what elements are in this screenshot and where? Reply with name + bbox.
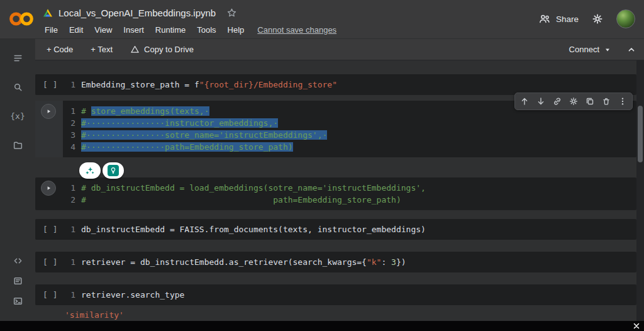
code-text: Embedding_store_path = f"{root_dir}/Embe… [81,79,337,91]
code-text: #················path=Embedding_store_pa… [81,141,293,153]
sidebar-bottom-icons [0,252,35,310]
line-number: 1 [63,182,75,194]
cell-6[interactable]: [ ]1retriever.search_type [35,284,636,305]
cell-editor[interactable]: 1db_instructEmbedd = FAISS.from_document… [63,219,636,240]
files-icon[interactable] [6,133,29,156]
copy-to-drive-button[interactable]: Copy to Drive [124,42,200,57]
drive-file-icon [43,8,53,18]
menu-file[interactable]: File [39,23,64,36]
play-icon [45,184,52,192]
drive-outline-icon [130,45,140,54]
menu-view[interactable]: View [89,23,118,36]
move-cell-down-icon[interactable] [533,94,548,109]
explain-code-button[interactable] [103,162,124,179]
command-palette-icon[interactable] [6,272,29,289]
header-right: Share [538,9,635,28]
notebook-title[interactable]: Local_vs_OpenAI_Embeddings.ipynb [58,8,216,18]
cell-editor[interactable]: 1retriever.search_type [63,284,636,305]
add-text-button[interactable]: + Text [84,42,119,57]
toolbar-right: Connect [569,45,644,55]
menu-runtime[interactable]: Runtime [150,23,191,36]
line-number: 4 [63,141,75,153]
cell-bracket-gutter: [ ] [35,252,63,272]
code-line: 1Embedding_store_path = f"{root_dir}/Emb… [63,79,631,91]
copy-link-icon[interactable] [550,94,565,109]
explain-code-icon [108,165,119,176]
code-text: # db_instructEmbedd = load_embeddings(so… [81,182,426,194]
delete-cell-icon[interactable] [599,94,614,109]
settings-gear-button[interactable] [591,13,604,25]
cell-settings-icon[interactable] [566,94,581,109]
cell-editor[interactable]: 1retriever = db_instructEmbedd.as_retrie… [63,252,636,272]
line-number: 1 [63,105,75,117]
scrollbar-thumb[interactable] [638,106,643,162]
cell-4[interactable]: [ ]1db_instructEmbedd = FAISS.from_docum… [35,219,636,240]
line-number: 1 [63,289,75,301]
run-cell-button[interactable] [41,181,56,196]
user-avatar[interactable] [616,9,635,28]
code-text: # store_embeddings(texts,· [81,105,209,117]
search-icon[interactable] [6,76,29,98]
line-number: 2 [63,117,75,129]
cell-5[interactable]: [ ]1retriever = db_instructEmbedd.as_ret… [35,252,636,272]
save-status-link[interactable]: Cannot save changes [257,25,336,35]
add-code-button[interactable]: + Code [40,42,79,57]
generate-code-button[interactable] [79,162,101,179]
menu-tools[interactable]: Tools [191,23,221,36]
vertical-scrollbar[interactable] [636,60,644,321]
menu-insert[interactable]: Insert [118,23,150,36]
sidebar-top-icons: {x} [0,39,35,156]
line-number: 1 [63,223,75,235]
cell-bracket-gutter: [ ] [35,219,63,240]
ai-suggestion-pills [79,162,124,179]
notebook-title-row: Local_vs_OpenAI_Embeddings.ipynb [43,4,237,21]
header: Local_vs_OpenAI_Embeddings.ipynb FileEdi… [0,0,644,39]
code-line: 1db_instructEmbedd = FAISS.from_document… [63,223,631,235]
line-number: 1 [63,256,75,268]
line-number: 2 [63,194,75,206]
colab-logo[interactable] [5,8,38,30]
menu-edit[interactable]: Edit [64,23,89,36]
line-number: 1 [63,79,75,91]
cell-toolbar [514,93,633,110]
code-line: 3#················sotre_name='instructEm… [63,129,631,141]
code-line: 1# db_instructEmbedd = load_embeddings(s… [63,182,631,194]
menus: FileEditViewInsertRuntimeToolsHelp [39,23,250,36]
copy-to-drive-label: Copy to Drive [144,45,194,54]
move-cell-up-icon[interactable] [517,94,532,109]
connect-label: Connect [569,45,599,54]
connect-button[interactable]: Connect [569,45,611,54]
code-line: 2# path=Embedding_store_path) [63,194,631,206]
toolbar-left: + Code + Text Copy to Drive [35,42,200,57]
run-cell-button[interactable] [41,104,56,119]
generate-code-icon [85,166,95,176]
code-snippets-icon[interactable] [6,252,29,269]
cell-2[interactable]: 1# store_embeddings(texts,·2#···········… [35,101,636,157]
terminal-icon[interactable] [6,292,29,310]
code-line: 1retriever.search_type [63,289,631,301]
cell-run-gutter [35,101,63,157]
table-of-contents-icon[interactable] [6,47,29,69]
left-rail: {x} [0,39,35,321]
cell-3[interactable]: 1# db_instructEmbedd = load_embeddings(s… [35,177,636,210]
mirror-cell-icon[interactable] [582,94,597,109]
star-icon[interactable] [226,8,237,18]
bottom-overlay-bar [0,321,644,331]
code-line: 4#················path=Embedding_store_p… [63,141,631,153]
line-number: 3 [63,129,75,141]
variables-icon[interactable]: {x} [6,104,29,127]
share-people-icon [538,13,551,25]
code-text: #················instructor_embeddings,· [81,117,278,129]
cell-editor[interactable]: 1# db_instructEmbedd = load_embeddings(s… [63,177,636,210]
cell-bracket-gutter: [ ] [35,74,63,95]
close-button[interactable] [633,322,640,330]
code-text: retriever.search_type [81,289,184,301]
menu-help[interactable]: Help [222,23,250,36]
share-button[interactable]: Share [538,13,579,25]
code-line: 2#················instructor_embeddings,… [63,117,631,129]
play-icon [45,108,52,115]
more-vert-icon[interactable] [615,94,630,109]
chevron-down-icon [604,46,611,53]
collapse-header-button[interactable] [626,45,636,55]
cells: [ ]1Embedding_store_path = f"{root_dir}/… [35,74,636,305]
